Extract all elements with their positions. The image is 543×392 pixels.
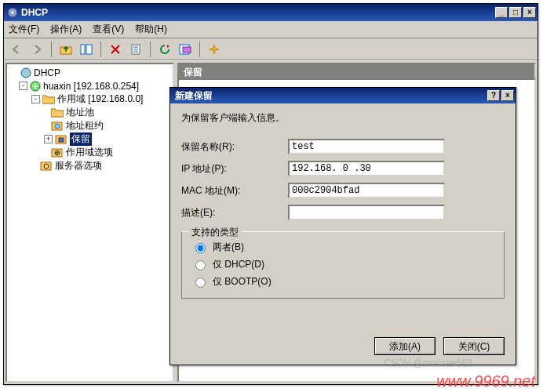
app-icon	[7, 7, 18, 18]
tree-root[interactable]: DHCP	[7, 66, 173, 79]
expand-icon[interactable]: +	[44, 135, 53, 143]
dialog-titlebar[interactable]: 新建保留 ? ×	[170, 88, 516, 103]
maximize-button[interactable]: □	[509, 7, 522, 18]
export-icon[interactable]	[177, 42, 193, 57]
radio-dhcp-input[interactable]	[195, 260, 206, 270]
close-dialog-button[interactable]: 关闭(C)	[443, 337, 505, 355]
new-reservation-dialog: 新建保留 ? × 为保留客户端输入信息。 保留名称(R): IP 地址(P): …	[169, 87, 516, 365]
window-title: DHCP	[21, 7, 494, 18]
mac-input[interactable]	[288, 183, 445, 198]
name-label: 保留名称(R):	[181, 140, 288, 154]
type-group-label: 支持的类型	[188, 226, 242, 239]
server-icon	[30, 81, 41, 92]
server-options-icon	[40, 161, 53, 171]
menu-view[interactable]: 查看(V)	[93, 23, 124, 36]
svg-point-11	[55, 124, 60, 129]
svg-rect-13	[59, 138, 64, 142]
radio-both[interactable]: 两者(B)	[191, 238, 494, 256]
ip-input[interactable]	[288, 161, 445, 176]
dialog-body: 为保留客户端输入信息。 保留名称(R): IP 地址(P): MAC 地址(M)…	[170, 103, 516, 332]
add-button[interactable]: 添加(A)	[374, 337, 435, 355]
svg-rect-7	[183, 47, 191, 53]
svg-point-8	[21, 68, 31, 78]
tree-scope[interactable]: - 作用域 [192.168.0.0]	[7, 93, 173, 106]
svg-rect-16	[41, 162, 51, 170]
toolbar	[4, 38, 538, 60]
menu-file[interactable]: 文件(F)	[9, 23, 39, 36]
separator	[100, 42, 101, 57]
titlebar[interactable]: DHCP _ □ ×	[4, 4, 538, 21]
tree-pool[interactable]: 地址池	[7, 106, 173, 119]
dialog-intro: 为保留客户端输入信息。	[181, 111, 505, 125]
lease-icon	[51, 121, 64, 131]
up-folder-icon[interactable]	[58, 42, 74, 57]
type-group: 支持的类型 两者(B) 仅 DHCP(D) 仅 BOOTP(O)	[181, 231, 505, 299]
dhcp-icon	[20, 67, 31, 78]
mac-label: MAC 地址(M):	[181, 184, 288, 198]
collapse-icon[interactable]: -	[19, 82, 27, 90]
menu-action[interactable]: 操作(A)	[50, 23, 82, 36]
desc-input[interactable]	[288, 205, 445, 220]
ip-label: IP 地址(P):	[181, 162, 288, 176]
help-button[interactable]: ?	[487, 90, 500, 101]
radio-both-input[interactable]	[195, 243, 206, 253]
svg-point-1	[11, 11, 14, 14]
tree-pane[interactable]: DHCP - huaxin [192.168.0.254] - 作用域 [192…	[5, 63, 174, 383]
radio-bootp[interactable]: 仅 BOOTP(O)	[191, 273, 494, 290]
separator	[199, 42, 200, 57]
delete-icon[interactable]	[108, 42, 123, 57]
close-button[interactable]: ×	[523, 7, 536, 18]
forward-icon[interactable]	[29, 42, 45, 57]
separator	[51, 42, 52, 57]
menu-help[interactable]: 帮助(H)	[135, 23, 167, 36]
properties-icon[interactable]	[128, 42, 144, 57]
pool-icon	[51, 107, 64, 118]
svg-rect-4	[86, 45, 92, 54]
name-input[interactable]	[288, 139, 445, 154]
tree-server[interactable]: - huaxin [192.168.0.254]	[7, 79, 173, 93]
back-icon[interactable]	[9, 42, 24, 57]
separator	[150, 42, 151, 57]
radio-dhcp[interactable]: 仅 DHCP(D)	[191, 256, 494, 273]
minimize-button[interactable]: _	[495, 7, 508, 18]
dialog-buttons: 添加(A) 关闭(C)	[170, 332, 516, 365]
pane-header: 保留	[177, 63, 536, 78]
star-icon[interactable]	[206, 42, 222, 57]
radio-bootp-input[interactable]	[195, 278, 206, 288]
svg-rect-3	[81, 45, 85, 54]
tree-reservation[interactable]: + 保留	[7, 132, 173, 146]
show-hide-icon[interactable]	[78, 42, 94, 57]
reservation-icon	[55, 134, 67, 144]
tree-serveropt[interactable]: 服务器选项	[7, 159, 173, 172]
desc-label: 描述(E):	[181, 206, 288, 220]
refresh-icon[interactable]	[157, 42, 173, 57]
dialog-close-button[interactable]: ×	[501, 90, 514, 101]
dialog-title: 新建保留	[175, 89, 213, 103]
menubar: 文件(F) 操作(A) 查看(V) 帮助(H)	[4, 21, 538, 38]
tree-lease[interactable]: 地址租约	[7, 119, 173, 132]
options-icon	[51, 147, 64, 158]
folder-open-icon	[42, 94, 55, 104]
collapse-icon[interactable]: -	[31, 95, 40, 103]
tree-scopeopt[interactable]: 作用域选项	[7, 146, 173, 159]
